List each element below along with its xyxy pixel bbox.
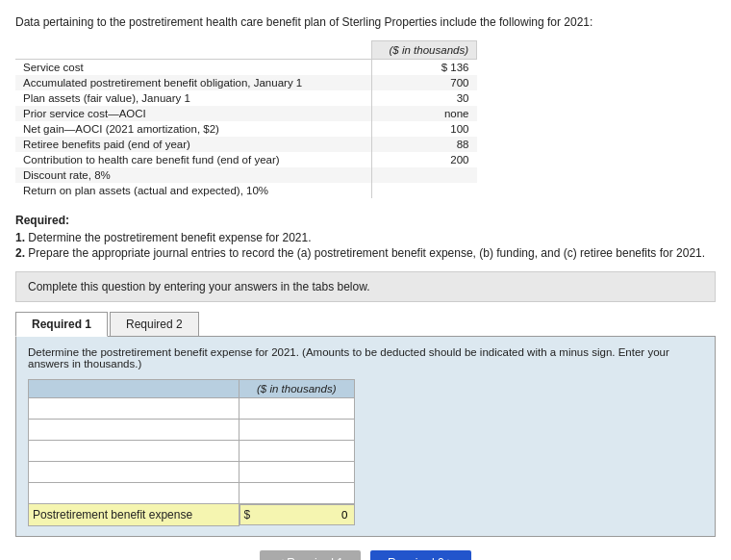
answer-row — [29, 483, 355, 504]
required-item: 1. Determine the postretirement benefit … — [15, 231, 716, 244]
answer-row-input[interactable] — [239, 483, 355, 504]
data-table-row: Discount rate, 8% — [15, 167, 477, 183]
data-row-label: Return on plan assets (actual and expect… — [15, 183, 372, 198]
tab-required1[interactable]: Required 1 — [15, 312, 108, 337]
data-row-value: 100 — [372, 121, 477, 137]
answer-total-prefix: $ — [244, 508, 251, 522]
answer-row-input[interactable] — [239, 441, 355, 462]
complete-box: Complete this question by entering your … — [15, 271, 716, 302]
data-table-container: ($ in thousands) Service cost$ 136Accumu… — [15, 40, 477, 198]
data-row-label: Net gain—AOCI (2021 amortization, $2) — [15, 121, 372, 137]
nav-buttons: < Required 1 Required 2 > — [15, 550, 716, 561]
answer-table-container: ($ in thousands) Postretirement benefit … — [28, 379, 355, 526]
answer-table-label-header — [29, 380, 239, 398]
tab-required2[interactable]: Required 2 — [110, 312, 199, 336]
answer-table-value-header: ($ in thousands) — [239, 380, 355, 398]
answer-row-input[interactable] — [239, 462, 355, 483]
data-row-value: none — [372, 106, 477, 121]
data-table-row: Net gain—AOCI (2021 amortization, $2)100 — [15, 121, 477, 137]
data-row-label: Prior service cost—AOCI — [15, 106, 372, 121]
answer-total-input[interactable]: $ — [239, 504, 355, 525]
required-title: Required: — [15, 214, 716, 227]
data-row-label: Discount rate, 8% — [15, 167, 372, 183]
answer-row — [29, 441, 355, 462]
answer-row-label — [29, 483, 239, 504]
required-item: 2. Prepare the appropriate journal entri… — [15, 246, 716, 260]
data-row-value: 30 — [372, 90, 477, 106]
data-row-label: Retiree benefits paid (end of year) — [15, 137, 372, 152]
answer-row — [29, 420, 355, 441]
data-row-value: 700 — [372, 75, 477, 90]
answer-row-label — [29, 398, 239, 420]
data-table-row: Prior service cost—AOCInone — [15, 106, 477, 121]
answer-total-row: Postretirement benefit expense$ — [29, 504, 355, 526]
tabs-row: Required 1Required 2 — [15, 312, 716, 337]
data-table-row: Accumulated postretirement benefit oblig… — [15, 75, 477, 90]
data-row-value: $ 136 — [372, 60, 477, 76]
tab-description: Determine the postretirement benefit exp… — [28, 346, 703, 369]
data-table-row: Contribution to health care benefit fund… — [15, 152, 477, 167]
answer-row — [29, 462, 355, 483]
intro-text: Data pertaining to the postretirement he… — [15, 15, 716, 29]
answer-row-label — [29, 420, 239, 441]
data-row-label: Plan assets (fair value), January 1 — [15, 90, 372, 106]
data-table-row: Retiree benefits paid (end of year)88 — [15, 137, 477, 152]
answer-row — [29, 398, 355, 420]
answer-row-input[interactable] — [239, 420, 355, 441]
answer-row-input[interactable] — [239, 398, 355, 420]
answer-row-label — [29, 441, 239, 462]
data-table-header: ($ in thousands) — [372, 41, 477, 60]
data-row-value: 88 — [372, 137, 477, 152]
answer-table: ($ in thousands) Postretirement benefit … — [28, 379, 355, 526]
required-section: Required: 1. Determine the postretiremen… — [15, 214, 716, 260]
data-row-value: 200 — [372, 152, 477, 167]
answer-row-label — [29, 462, 239, 483]
prev-button[interactable]: < Required 1 — [260, 550, 361, 561]
next-button[interactable]: Required 2 > — [370, 550, 471, 561]
data-row-value — [372, 183, 477, 198]
data-row-label: Contribution to health care benefit fund… — [15, 152, 372, 167]
tab-content: Determine the postretirement benefit exp… — [15, 337, 716, 537]
data-row-label: Accumulated postretirement benefit oblig… — [15, 75, 372, 90]
data-table-row: Service cost$ 136 — [15, 60, 477, 76]
data-row-label: Service cost — [15, 60, 372, 76]
data-table-row: Return on plan assets (actual and expect… — [15, 183, 477, 198]
data-row-value — [372, 167, 477, 183]
answer-total-label: Postretirement benefit expense — [29, 504, 239, 526]
data-table: ($ in thousands) Service cost$ 136Accumu… — [15, 40, 477, 198]
data-table-row: Plan assets (fair value), January 130 — [15, 90, 477, 106]
